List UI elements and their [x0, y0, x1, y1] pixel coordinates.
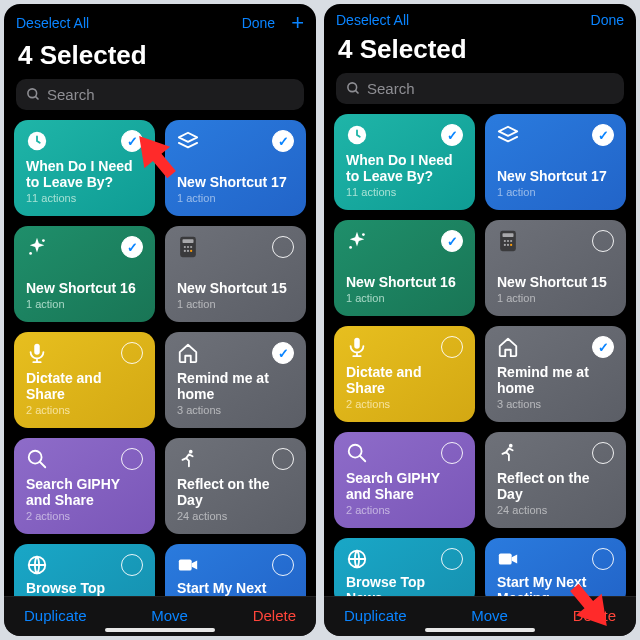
- svg-point-30: [504, 240, 506, 242]
- shortcut-name: New Shortcut 15: [497, 274, 614, 290]
- deselect-all-button[interactable]: Deselect All: [16, 15, 89, 31]
- svg-point-27: [349, 246, 352, 249]
- svg-marker-20: [192, 560, 198, 569]
- deselect-all-button[interactable]: Deselect All: [336, 12, 409, 28]
- topbar: Deselect All Done +: [4, 4, 316, 38]
- selection-indicator[interactable]: [272, 554, 294, 576]
- globe-icon: [26, 554, 48, 576]
- selection-indicator[interactable]: [272, 342, 294, 364]
- search-input[interactable]: Search: [336, 73, 624, 104]
- shortcut-card[interactable]: Browse Top News: [14, 544, 155, 596]
- delete-button[interactable]: Delete: [573, 607, 616, 624]
- search-icon: [26, 87, 41, 102]
- shortcut-card[interactable]: Start My Next Meeting: [485, 538, 626, 596]
- shortcut-name: New Shortcut 17: [497, 168, 614, 184]
- svg-rect-36: [354, 338, 360, 349]
- shortcut-card[interactable]: Remind me at home3 actions: [165, 332, 306, 428]
- shortcut-name: New Shortcut 16: [26, 280, 143, 296]
- move-button[interactable]: Move: [151, 607, 188, 624]
- shortcut-card[interactable]: When Do I Need to Leave By?11 actions: [334, 114, 475, 210]
- shortcut-card[interactable]: New Shortcut 161 action: [14, 226, 155, 322]
- selection-indicator[interactable]: [592, 230, 614, 252]
- shortcuts-grid-right: When Do I Need to Leave By?11 actionsNew…: [324, 114, 636, 596]
- home-indicator: [105, 628, 215, 632]
- selection-indicator[interactable]: [592, 124, 614, 146]
- selection-indicator[interactable]: [441, 336, 463, 358]
- shortcut-name: Remind me at home: [177, 370, 294, 402]
- shortcut-card[interactable]: New Shortcut 171 action: [485, 114, 626, 210]
- selection-indicator[interactable]: [121, 448, 143, 470]
- search-icon: [346, 442, 368, 464]
- shortcut-action-count: 2 actions: [346, 504, 463, 516]
- selection-indicator[interactable]: [441, 548, 463, 570]
- selection-indicator[interactable]: [272, 236, 294, 258]
- shortcut-card[interactable]: Reflect on the Day24 actions: [165, 438, 306, 534]
- shortcut-card[interactable]: When Do I Need to Leave By?11 actions: [14, 120, 155, 216]
- selection-indicator[interactable]: [441, 124, 463, 146]
- home-indicator: [425, 628, 535, 632]
- duplicate-button[interactable]: Duplicate: [24, 607, 87, 624]
- shortcut-action-count: 11 actions: [26, 192, 143, 204]
- svg-point-12: [187, 250, 189, 252]
- selection-indicator[interactable]: [121, 554, 143, 576]
- shortcut-card[interactable]: Remind me at home3 actions: [485, 326, 626, 422]
- shortcut-action-count: 24 actions: [497, 504, 614, 516]
- sparkle-icon: [26, 236, 48, 258]
- svg-marker-25: [499, 127, 517, 136]
- shortcut-card[interactable]: Search GIPHY and Share2 actions: [334, 432, 475, 528]
- duplicate-button[interactable]: Duplicate: [344, 607, 407, 624]
- done-button[interactable]: Done: [591, 12, 624, 28]
- done-button[interactable]: Done: [242, 15, 275, 31]
- svg-marker-3: [179, 133, 197, 142]
- selection-indicator[interactable]: [272, 448, 294, 470]
- add-button[interactable]: +: [291, 12, 304, 34]
- runner-icon: [497, 442, 519, 464]
- shortcut-card[interactable]: Start My Next Meeting: [165, 544, 306, 596]
- topbar: Deselect All Done: [324, 4, 636, 32]
- search-placeholder: Search: [367, 80, 415, 97]
- selection-indicator[interactable]: [592, 442, 614, 464]
- shortcut-name: Browse Top News: [26, 580, 143, 596]
- selection-indicator[interactable]: [441, 442, 463, 464]
- shortcut-card[interactable]: New Shortcut 151 action: [165, 226, 306, 322]
- calculator-icon: [177, 236, 199, 258]
- shortcut-card[interactable]: New Shortcut 151 action: [485, 220, 626, 316]
- delete-button[interactable]: Delete: [253, 607, 296, 624]
- shortcut-action-count: 2 actions: [346, 398, 463, 410]
- shortcut-card[interactable]: Search GIPHY and Share2 actions: [14, 438, 155, 534]
- search-input[interactable]: Search: [16, 79, 304, 110]
- page-title: 4 Selected: [324, 32, 636, 73]
- svg-point-26: [362, 233, 365, 236]
- selection-indicator[interactable]: [592, 336, 614, 358]
- svg-marker-42: [512, 554, 518, 563]
- move-button[interactable]: Move: [471, 607, 508, 624]
- shortcut-card[interactable]: Browse Top News: [334, 538, 475, 596]
- mic-icon: [346, 336, 368, 358]
- selection-indicator[interactable]: [121, 342, 143, 364]
- selection-indicator[interactable]: [121, 130, 143, 152]
- shortcut-name: Search GIPHY and Share: [26, 476, 143, 508]
- shortcut-card[interactable]: Reflect on the Day24 actions: [485, 432, 626, 528]
- svg-rect-19: [179, 560, 192, 571]
- selection-indicator[interactable]: [121, 236, 143, 258]
- svg-rect-14: [34, 344, 40, 355]
- selection-indicator[interactable]: [272, 130, 294, 152]
- selection-indicator[interactable]: [592, 548, 614, 570]
- shortcut-name: Reflect on the Day: [497, 470, 614, 502]
- stack-icon: [177, 130, 199, 152]
- svg-point-39: [509, 444, 513, 448]
- shortcut-card[interactable]: New Shortcut 161 action: [334, 220, 475, 316]
- shortcut-name: New Shortcut 17: [177, 174, 294, 190]
- shortcut-action-count: 3 actions: [177, 404, 294, 416]
- shortcut-action-count: 1 action: [346, 292, 463, 304]
- svg-point-31: [507, 240, 509, 242]
- sparkle-icon: [346, 230, 368, 252]
- shortcut-card[interactable]: New Shortcut 171 action: [165, 120, 306, 216]
- shortcut-action-count: 1 action: [26, 298, 143, 310]
- selection-indicator[interactable]: [441, 230, 463, 252]
- shortcut-name: When Do I Need to Leave By?: [26, 158, 143, 190]
- globe-icon: [346, 548, 368, 570]
- shortcut-card[interactable]: Dictate and Share2 actions: [14, 332, 155, 428]
- video-icon: [497, 548, 519, 570]
- shortcut-card[interactable]: Dictate and Share2 actions: [334, 326, 475, 422]
